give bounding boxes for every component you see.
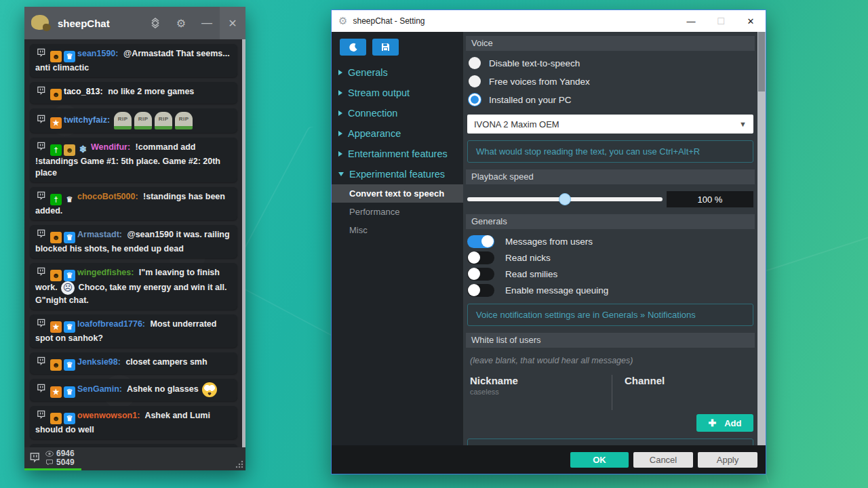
playback-speed-slider[interactable]: [467, 197, 663, 201]
whitelist-nickname-column: Nickname caseless: [470, 375, 612, 410]
king-badge: ♛: [64, 194, 75, 205]
rip-emote: RIP: [134, 112, 152, 129]
settings-window-title: sheepChat - Setting: [353, 16, 676, 26]
radio-label: Free voices from Yandex: [489, 77, 590, 87]
twitch-icon: [35, 114, 47, 125]
nickname-column-header: Nickname: [470, 375, 612, 386]
twitch-icon: [35, 190, 47, 202]
chat-message: ★♛loafofbread1776: Most underrated spot …: [30, 314, 237, 348]
radio-row-free-voices-from-yandex: Free voices from Yandex: [469, 75, 755, 87]
voice-notification-hint: Voice notification settings are in Gener…: [467, 304, 753, 326]
chat-username[interactable]: owenwowson1:: [77, 411, 140, 420]
sidebar-item-misc[interactable]: Misc: [332, 221, 463, 239]
radio-disable-text-to-speech[interactable]: [469, 57, 481, 69]
minimize-icon[interactable]: —: [676, 10, 706, 32]
radio-label: Disable text-to-speech: [489, 58, 580, 68]
minimize-icon[interactable]: —: [194, 7, 220, 39]
sidebar-item-performance[interactable]: Performance: [332, 203, 463, 221]
sidebar-item-connection[interactable]: Connection: [332, 103, 463, 123]
sidebar-item-experimental-features[interactable]: Experimental features: [332, 164, 463, 184]
resize-grip[interactable]: [235, 460, 243, 468]
toggle-row-enable-message-queuing: Enable message queuing: [467, 283, 755, 297]
chat-username[interactable]: Armastadt:: [77, 230, 122, 239]
sheriff-badge: ★: [50, 386, 62, 398]
maximize-icon[interactable]: ☐: [706, 10, 736, 32]
viking-badge: ☻: [64, 144, 75, 156]
sheriff-badge: ★: [50, 117, 62, 129]
rip-emote: RIP: [175, 112, 193, 129]
toggle-messages-from-users[interactable]: [467, 235, 494, 248]
sidebar-item-label: Stream output: [348, 87, 410, 98]
chat-username[interactable]: chocoBot5000:: [77, 192, 138, 201]
twitch-icon: [35, 85, 47, 97]
chat-message: ☻♛sean1590: @Armastadt That seems... ant…: [30, 44, 237, 77]
twitch-icon: [28, 452, 41, 464]
dark-theme-button[interactable]: [340, 39, 366, 56]
settings-gear-icon[interactable]: ⚙: [168, 7, 194, 39]
channel-column-header: Channel: [625, 375, 753, 386]
chat-username[interactable]: sean1590:: [77, 49, 118, 58]
chat-titlebar[interactable]: sheepChat ⚙ — ✕: [24, 7, 245, 39]
whitelist-caption: (leave blank, that would hear all messag…: [470, 356, 753, 365]
rip-emote: RIP: [155, 112, 172, 129]
radio-row-installed-on-your-pc: Installed on your PC: [469, 94, 755, 106]
chat-scrollbar[interactable]: [242, 39, 245, 447]
chat-message-text: no like 2 more games: [106, 87, 195, 96]
sidebar-item-generals[interactable]: Generals: [332, 62, 463, 83]
settings-titlebar[interactable]: ⚙ sheepChat - Setting — ☐ ✕: [332, 10, 766, 32]
chat-username[interactable]: SenGamin:: [77, 384, 122, 394]
apply-button[interactable]: Apply: [698, 452, 757, 468]
snowflake-badge: ❄: [77, 144, 89, 155]
sword-badge: †: [50, 144, 62, 156]
sidebar-item-convert-text-to-speech[interactable]: Convert text to speech: [332, 184, 463, 203]
toggle-read-smilies[interactable]: [467, 268, 494, 281]
chat-username[interactable]: loafofbread1776:: [77, 319, 145, 329]
save-settings-button[interactable]: [372, 39, 399, 56]
chat-window: sheepChat ⚙ — ✕ ☻♛sean1590: @Armastadt T…: [24, 7, 245, 470]
chat-username[interactable]: Jenksie98:: [77, 357, 121, 367]
voice-select-value: IVONA 2 Maxim OEM: [474, 119, 739, 129]
ok-button[interactable]: OK: [570, 452, 629, 468]
settings-footer: OK Cancel Apply: [332, 445, 766, 474]
youtube-id-hint: For YouTube you can specify not only the…: [467, 439, 753, 445]
twitch-channel-stats[interactable]: 6946 5049: [24, 447, 81, 470]
crown-badge: ♛: [64, 386, 75, 398]
twitch-icon: [35, 383, 47, 394]
chat-username[interactable]: twitchyfaiz:: [64, 115, 110, 125]
toggle-label: Enable message queuing: [505, 285, 608, 296]
close-icon[interactable]: ✕: [736, 10, 766, 32]
viewer-count: 6946: [56, 449, 75, 458]
radio-row-disable-text-to-speech: Disable text-to-speech: [469, 57, 755, 69]
sidebar-item-stream-output[interactable]: Stream output: [332, 83, 463, 103]
toggle-row-read-nicks: Read nicks: [467, 251, 755, 264]
voice-select[interactable]: IVONA 2 Maxim OEM ▼: [467, 115, 753, 134]
scrollbar-thumb[interactable]: [758, 32, 765, 92]
chevron-right-icon: [338, 151, 342, 157]
cowboy-badge: ☻: [50, 89, 62, 100]
chat-message: ☻taco_813: no like 2 more games: [30, 82, 237, 104]
chat-username[interactable]: wingedfishes:: [77, 268, 134, 277]
sidebar-item-entertainment-features[interactable]: Entertainment features: [332, 144, 463, 164]
settings-scrollbar[interactable]: [757, 32, 766, 445]
chat-message-list[interactable]: ☻♛sean1590: @Armastadt That seems... ant…: [24, 39, 245, 447]
chat-username[interactable]: Wendifur:: [91, 142, 130, 152]
chat-username[interactable]: taco_813:: [64, 87, 103, 96]
chat-message: †♛chocoBot5000: !standings has been adde…: [30, 187, 237, 220]
chat-window-title: sheepChat: [58, 18, 142, 29]
section-header-playback: Playback speed: [466, 169, 755, 184]
chat-message: ★twitchyfaiz:RIPRIPRIPRIP: [30, 108, 237, 133]
collapse-expand-icon[interactable]: [142, 7, 168, 39]
slider-handle[interactable]: [559, 193, 571, 205]
toggle-read-nicks[interactable]: [467, 251, 494, 264]
radio-free-voices-from-yandex[interactable]: [469, 75, 481, 87]
radio-installed-on-your-pc[interactable]: [469, 94, 481, 106]
moon-icon: [349, 43, 358, 52]
close-icon[interactable]: ✕: [220, 7, 245, 39]
rip-emote: RIP: [114, 112, 132, 129]
toggle-enable-message-queuing[interactable]: [467, 284, 494, 297]
section-header-generals: Generals: [466, 214, 755, 229]
chevron-down-icon: [338, 172, 344, 176]
sidebar-item-appearance[interactable]: Appearance: [332, 123, 463, 144]
add-whitelist-user-button[interactable]: ✚ Add: [696, 414, 753, 432]
cancel-button[interactable]: Cancel: [633, 452, 693, 468]
